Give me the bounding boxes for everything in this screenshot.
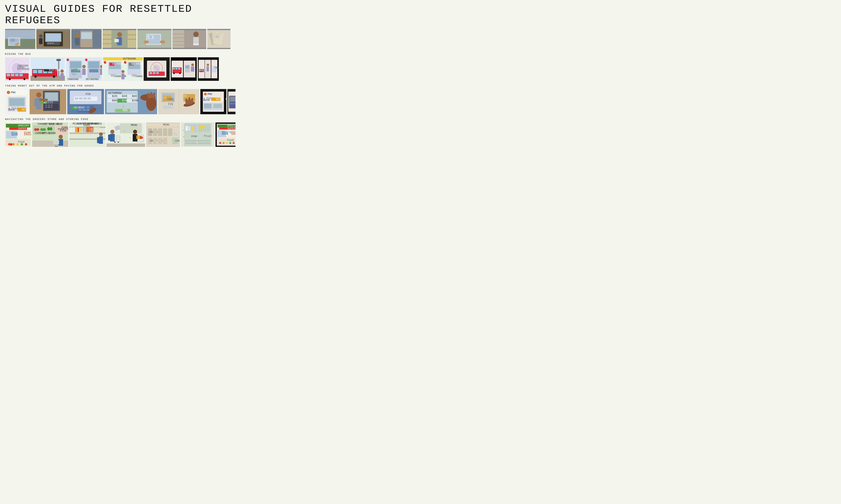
svg-rect-53 — [193, 37, 199, 46]
svg-rect-348 — [75, 127, 77, 132]
svg-rect-195 — [45, 107, 47, 108]
svg-point-437 — [229, 142, 231, 144]
svg-point-381 — [141, 137, 143, 139]
bus-ill-3: INBOUND OUTBOUND 2 BUS PNC 3 — [66, 57, 102, 81]
svg-text:EAGLE: EAGLE — [24, 133, 31, 136]
svg-rect-15 — [52, 43, 54, 44]
svg-point-155 — [173, 72, 175, 74]
bus-ill-2: 61A INBOUND — [31, 57, 65, 81]
svg-text:Save: Save — [222, 132, 228, 136]
photo-strip — [5, 29, 230, 49]
svg-text:CHECK OUT: CHECK OUT — [175, 140, 180, 142]
atm-ill-3: PIN ACCESS — [67, 89, 104, 114]
strip-photo-6 — [172, 29, 206, 49]
svg-rect-47 — [172, 34, 184, 34]
svg-text:$$$: $$$ — [123, 109, 127, 112]
svg-rect-353 — [86, 127, 89, 132]
svg-rect-396 — [158, 138, 162, 144]
svg-point-91 — [53, 75, 55, 78]
svg-point-302 — [12, 143, 15, 145]
svg-text:→: → — [175, 133, 177, 137]
svg-rect-23 — [74, 38, 76, 44]
svg-point-198 — [36, 92, 41, 97]
svg-point-434 — [219, 142, 221, 144]
svg-point-435 — [223, 142, 225, 144]
svg-rect-153 — [175, 68, 177, 70]
svg-rect-48 — [172, 38, 184, 38]
svg-point-304 — [21, 143, 23, 145]
atm-photo-2: PIN — [227, 89, 236, 114]
svg-text:$20: $20 — [112, 95, 117, 98]
svg-text:2: 2 — [68, 58, 70, 61]
svg-text:RICE: RICE — [96, 123, 102, 125]
groc-ill-4: MENU → → — [106, 123, 145, 147]
svg-point-373 — [114, 142, 116, 143]
svg-rect-27 — [103, 35, 111, 35]
svg-point-327 — [59, 135, 63, 139]
svg-rect-209 — [79, 97, 82, 100]
svg-point-21 — [75, 33, 80, 37]
strip-photo-2 — [36, 29, 70, 49]
svg-rect-329 — [53, 140, 59, 144]
svg-text:GROCERY: GROCERY — [18, 124, 30, 127]
svg-rect-407 — [186, 126, 188, 131]
bus-ill-1: INBOUND LOCAL OUTBOUND — [5, 57, 30, 81]
groc-ill-6: vegetables fruit ← → — [181, 123, 214, 147]
svg-text:WITHDRAW:: WITHDRAW: — [108, 92, 123, 94]
svg-rect-31 — [128, 35, 137, 35]
section-grocery: Navigating the Grocery Store and Storing… — [5, 118, 230, 147]
svg-rect-278 — [230, 96, 236, 102]
svg-text:SUPER MARKET: SUPER MARKET — [227, 127, 236, 130]
svg-rect-253 — [164, 96, 166, 98]
groc-photo-1: GROCERY SUPER MARKET GIANT EAGLE Shop'n … — [216, 123, 236, 147]
svg-text:←: ← — [183, 129, 184, 132]
svg-rect-65 — [215, 35, 220, 38]
svg-point-77 — [9, 78, 11, 80]
svg-text:$100: $100 — [122, 99, 128, 102]
svg-rect-414 — [185, 140, 197, 142]
svg-text:$80: $80 — [112, 99, 117, 102]
bus-photo-2 — [171, 57, 197, 81]
svg-rect-208 — [75, 97, 78, 100]
svg-text:5: 5 — [125, 61, 127, 64]
svg-rect-270 — [204, 104, 211, 109]
strip-photo-4 — [103, 29, 136, 49]
section-title-bus: Riding the Bus — [5, 53, 230, 56]
svg-rect-17 — [39, 38, 42, 44]
svg-text:→: → — [129, 136, 131, 139]
svg-rect-135 — [121, 73, 124, 79]
atm-ill-1: PNC ✦ Citizens Bank WELLS FARGO — [5, 89, 29, 114]
groc-ill-2: TOMATO LETTUCE BROCCOLI BEEF CARROT APPL… — [32, 123, 68, 147]
svg-rect-355 — [90, 127, 94, 132]
svg-rect-351 — [83, 127, 85, 132]
svg-text:EAGLE: EAGLE — [231, 132, 236, 136]
svg-rect-82 — [56, 59, 61, 61]
svg-rect-74 — [11, 74, 14, 76]
svg-point-438 — [233, 142, 235, 144]
svg-point-263 — [204, 93, 207, 95]
svg-rect-110 — [88, 61, 99, 68]
svg-point-78 — [23, 78, 25, 80]
svg-point-90 — [34, 75, 37, 78]
svg-rect-49 — [172, 41, 184, 42]
svg-rect-154 — [178, 68, 180, 70]
svg-text:4: 4 — [105, 61, 107, 64]
svg-point-176 — [7, 91, 10, 94]
svg-rect-73 — [7, 74, 10, 76]
svg-text:PIN: PIN — [86, 93, 90, 96]
svg-rect-169 — [202, 70, 203, 71]
svg-point-303 — [16, 143, 19, 145]
svg-rect-113 — [100, 69, 102, 75]
svg-rect-24 — [78, 38, 79, 44]
svg-point-366 — [110, 130, 114, 134]
svg-rect-142 — [150, 72, 152, 74]
svg-rect-100 — [70, 61, 81, 68]
svg-rect-390 — [158, 128, 162, 136]
page-title: Visual Guides for Resettled Refugees — [5, 3, 230, 26]
svg-point-33 — [117, 32, 122, 37]
strip-photo-7 — [207, 29, 230, 49]
svg-rect-409 — [191, 126, 194, 131]
bus-photo-1 — [144, 57, 170, 81]
svg-text:NO PASS: NO PASS — [131, 62, 143, 66]
svg-point-305 — [25, 143, 27, 145]
